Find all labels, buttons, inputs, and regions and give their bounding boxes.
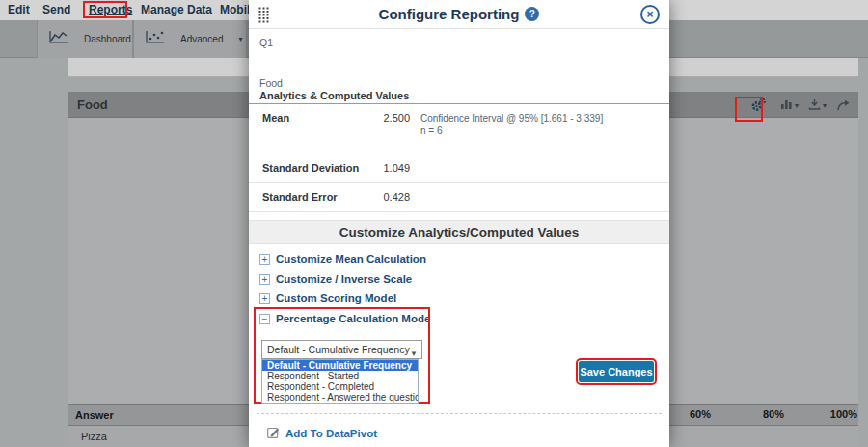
option-respondent-completed[interactable]: Respondent - Completed: [262, 381, 418, 392]
accordion-label: Customize Mean Calculation: [276, 253, 426, 265]
plus-square-icon: +: [259, 254, 270, 265]
configure-reporting-dialog: Configure Reporting ? × Q1 Food Analytic…: [249, 0, 669, 447]
sample-size-note: n = 6: [420, 125, 603, 137]
question-label: Food: [259, 77, 283, 89]
app-window: Edit Send Reports Manage Data Mobile Das…: [0, 0, 868, 447]
dialog-header: Configure Reporting ? ×: [249, 0, 669, 29]
dashed-divider: [257, 413, 662, 414]
stat-value: 2.500: [345, 112, 410, 124]
accordion-label: Custom Scoring Model: [276, 293, 396, 304]
analytics-section-title: Analytics & Computed Values: [259, 90, 409, 101]
add-to-datapivot-link[interactable]: Add To DataPivot: [267, 425, 377, 442]
annotation-box-reports: [83, 1, 127, 18]
help-icon[interactable]: ?: [525, 7, 539, 21]
confidence-interval-note: Confidence Interval @ 95% [1.661 - 3.339…: [420, 112, 603, 125]
customize-section-title: Customize Analytics/Computed Values: [249, 220, 669, 244]
close-icon[interactable]: ×: [640, 5, 660, 24]
pencil-edit-icon: [267, 425, 280, 442]
stat-label: Mean: [262, 112, 289, 124]
option-respondent-started[interactable]: Respondent - Started: [262, 371, 418, 381]
plus-square-icon: +: [259, 274, 270, 285]
stat-value: 1.049: [345, 162, 410, 174]
plus-square-icon: +: [259, 293, 270, 304]
annotation-box-settings: [735, 97, 763, 122]
dialog-title: Configure Reporting: [379, 6, 520, 22]
analytics-row-stddev: Standard Deviation 1.049: [249, 154, 669, 183]
percentage-mode-select[interactable]: Default - Cumulative Frequency ▼: [261, 340, 422, 359]
percentage-mode-option-list: Default - Cumulative Frequency Responden…: [261, 359, 419, 404]
accordion-customize-mean[interactable]: + Customize Mean Calculation: [259, 253, 426, 265]
selected-option-label: Default - Cumulative Frequency: [267, 344, 410, 355]
analytics-row-stderr: Standard Error 0.428: [249, 183, 669, 212]
question-code: Q1: [259, 37, 273, 48]
accordion-custom-scoring[interactable]: + Custom Scoring Model: [259, 293, 396, 304]
accordion-inverse-scale[interactable]: + Customize / Inverse Scale: [259, 273, 412, 285]
accordion-label: Customize / Inverse Scale: [276, 273, 412, 285]
save-changes-button[interactable]: Save Changes: [579, 361, 654, 382]
drag-handle-icon[interactable]: [258, 7, 269, 27]
stat-value: 0.428: [345, 191, 410, 203]
option-respondent-answered[interactable]: Respondent - Answered the question: [262, 392, 418, 403]
stat-label: Standard Error: [262, 191, 338, 203]
analytics-row-mean: Mean 2.500 Confidence Interval @ 95% [1.…: [249, 103, 669, 154]
option-default-cumulative[interactable]: Default - Cumulative Frequency: [262, 360, 418, 371]
